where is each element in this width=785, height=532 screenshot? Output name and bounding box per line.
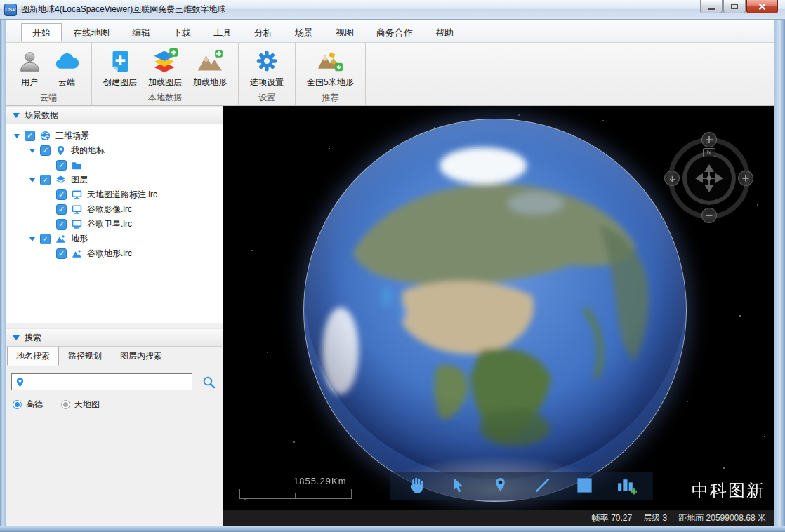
ribbon-group-2: 选项设置设置	[239, 43, 296, 105]
tree-item[interactable]: ✓三维场景	[6, 128, 223, 143]
tree-checkbox[interactable]: ✓	[56, 219, 67, 230]
compass-zoom-out-button[interactable]	[701, 208, 717, 223]
tree-item[interactable]: ✓我的地标	[6, 143, 223, 158]
ribbon-tab-7[interactable]: 视图	[324, 23, 365, 42]
ribbon-group-label: 本地数据	[98, 91, 232, 105]
ribbon-tab-2[interactable]: 编辑	[121, 23, 161, 42]
collapse-triangle-icon[interactable]	[13, 335, 20, 340]
left-panel: 场景数据 ✓三维场景✓我的地标✓✓图层✓天地图道路标注.lrc✓谷歌影像.lrc…	[6, 106, 223, 526]
stats-tool-button[interactable]	[612, 474, 640, 499]
tree-checkbox[interactable]: ✓	[40, 234, 51, 244]
ribbon-tab-3[interactable]: 下载	[161, 23, 202, 42]
search-input-wrap	[11, 373, 192, 390]
search-header[interactable]: 搜索	[6, 328, 223, 347]
earth-globe[interactable]	[303, 119, 687, 502]
radio-label: 高德	[26, 399, 43, 411]
tree-checkbox[interactable]: ✓	[56, 160, 67, 171]
scene-data-header[interactable]: 场景数据	[6, 106, 223, 124]
tree-item[interactable]: ✓地形	[6, 232, 223, 246]
hand-tool-button[interactable]	[402, 474, 430, 499]
创建图层-button[interactable]: 创建图层	[98, 44, 143, 91]
watermark: 中科图新	[692, 479, 765, 502]
ribbon-group-3: 全国5米地形推荐	[296, 43, 366, 105]
ribbon-tab-5[interactable]: 分析	[243, 23, 284, 42]
monitor-icon	[72, 189, 83, 201]
scale-label: 1855.29Km	[293, 476, 347, 486]
close-button[interactable]	[746, 0, 778, 13]
compass-north-badge[interactable]: N	[703, 148, 715, 157]
select-cursor-tool-button[interactable]	[444, 474, 473, 499]
ribbon-tab-6[interactable]: 场景	[284, 23, 324, 42]
tree-item[interactable]: ✓谷歌影像.lrc	[6, 202, 223, 217]
cloud-icon	[53, 47, 80, 75]
tree-item[interactable]: ✓谷歌卫星.lrc	[6, 217, 223, 232]
ribbon-tab-9[interactable]: 帮助	[424, 23, 465, 42]
ribbon-tab-1[interactable]: 在线地图	[62, 23, 121, 42]
tree-checkbox[interactable]: ✓	[56, 248, 67, 259]
expand-triangle-icon[interactable]	[29, 178, 35, 182]
create-layer-icon	[109, 47, 132, 75]
tree-checkbox[interactable]: ✓	[56, 204, 67, 215]
search-tab-1[interactable]: 路径规划	[59, 347, 111, 366]
radio-1[interactable]: 天地图	[61, 399, 100, 411]
rectangle-tool-button[interactable]	[570, 474, 598, 499]
terrain-icon	[72, 248, 83, 260]
tree-item-label: 谷歌卫星.lrc	[87, 218, 132, 230]
ribbon-tab-0[interactable]: 开始	[21, 23, 62, 42]
placemark-tool-button[interactable]	[487, 474, 515, 499]
window-title: 图新地球4(LocaSpaceViewer)互联网免费三维数字地球	[21, 4, 225, 15]
compass-top-button[interactable]	[701, 132, 717, 147]
maximize-button[interactable]	[723, 0, 746, 13]
compass-left-button[interactable]	[664, 171, 680, 186]
tree-item-label: 谷歌影像.lrc	[87, 204, 132, 215]
load-layer-icon	[152, 47, 178, 75]
map-viewport[interactable]: N 1855.29Km 中科图新	[223, 106, 774, 510]
arrow-down-icon	[668, 175, 676, 182]
minus-icon	[705, 211, 713, 220]
hand-tool-icon	[407, 476, 426, 497]
radio-0[interactable]: 高德	[13, 399, 43, 411]
search-button[interactable]	[202, 375, 216, 389]
china-terrain-icon	[317, 47, 343, 75]
expand-triangle-icon[interactable]	[14, 134, 20, 138]
ribbon-tab-4[interactable]: 工具	[202, 23, 243, 42]
用户-button[interactable]: 用户	[11, 44, 48, 91]
collapse-triangle-icon[interactable]	[13, 113, 20, 118]
line-tool-button[interactable]	[528, 474, 556, 499]
tree-checkbox[interactable]: ✓	[56, 189, 67, 200]
expand-triangle-icon[interactable]	[29, 237, 35, 241]
compass-zoom-in-button[interactable]	[738, 171, 753, 186]
选项设置-button[interactable]: 选项设置	[244, 44, 289, 91]
expand-triangle-icon[interactable]	[29, 149, 35, 153]
tree-checkbox[interactable]: ✓	[40, 145, 51, 156]
window-border-bottom	[0, 526, 785, 532]
search-tab-0[interactable]: 地名搜索	[7, 347, 59, 366]
earth-landmass	[304, 119, 687, 502]
compass-pan-pad[interactable]	[694, 163, 725, 194]
globe-icon	[40, 131, 51, 142]
gear-icon	[256, 47, 278, 75]
title-bar: LSV 图新地球4(LocaSpaceViewer)互联网免费三维数字地球	[0, 0, 785, 20]
tree-item[interactable]: ✓	[6, 158, 223, 173]
tree-checkbox[interactable]: ✓	[25, 131, 35, 141]
navigation-compass[interactable]: N	[667, 136, 751, 220]
ribbon-toolbar: 用户云端云端创建图层加载图层加载地形本地数据选项设置设置全国5米地形推荐	[6, 43, 774, 106]
search-input[interactable]	[12, 374, 192, 390]
tree-item[interactable]: ✓图层	[6, 173, 223, 187]
全国5米地形-button[interactable]: 全国5米地形	[301, 44, 359, 91]
tree-checkbox[interactable]: ✓	[40, 175, 51, 185]
search-tab-2[interactable]: 图层内搜索	[111, 347, 171, 366]
scene-tree: ✓三维场景✓我的地标✓✓图层✓天地图道路标注.lrc✓谷歌影像.lrc✓谷歌卫星…	[6, 124, 223, 323]
云端-button[interactable]: 云端	[48, 44, 86, 91]
tree-item[interactable]: ✓天地图道路标注.lrc	[6, 187, 223, 202]
ribbon-button-label: 云端	[58, 77, 75, 88]
加载地形-button[interactable]: 加载地形	[187, 44, 232, 91]
scene-data-title: 场景数据	[25, 109, 58, 121]
tree-item-label: 三维场景	[55, 130, 89, 142]
tree-item-label: 天地图道路标注.lrc	[87, 189, 157, 201]
tree-item[interactable]: ✓谷歌地形.lrc	[6, 246, 223, 261]
pin-icon	[55, 145, 67, 157]
minimize-button[interactable]	[700, 0, 723, 13]
ribbon-tab-8[interactable]: 商务合作	[365, 23, 424, 42]
加载图层-button[interactable]: 加载图层	[143, 44, 187, 91]
